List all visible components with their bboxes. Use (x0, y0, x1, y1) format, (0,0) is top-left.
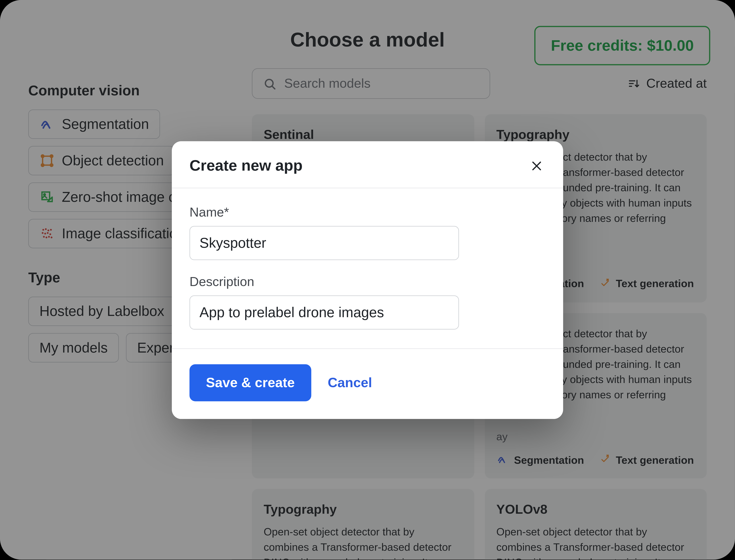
sidebar-section-computer-vision: Computer vision (28, 82, 228, 99)
chip-label: Image classificatio (62, 225, 177, 242)
card-description: Open-set object detector that by combine… (496, 524, 695, 560)
segmentation-icon (39, 116, 55, 132)
tag-segmentation: Segmentation (496, 454, 584, 467)
svg-rect-5 (42, 192, 50, 200)
text-generation-icon (598, 277, 611, 290)
name-label: Name* (189, 205, 545, 220)
svg-point-14 (49, 233, 51, 235)
svg-point-13 (47, 232, 49, 234)
close-icon (530, 159, 543, 172)
tag-text-generation: Text generation (598, 454, 694, 467)
card-meta: ay (496, 431, 695, 443)
svg-point-15 (43, 236, 45, 238)
card-description: Open-set object detector that by combine… (264, 524, 462, 560)
model-card[interactable]: TypographyOpen-set object detector that … (252, 489, 474, 560)
filter-image-classification[interactable]: Image classificatio (28, 219, 188, 248)
card-title: YOLOv8 (496, 502, 695, 517)
svg-point-4 (50, 164, 53, 166)
svg-point-11 (42, 232, 44, 234)
search-input[interactable] (284, 76, 479, 91)
filter-hosted[interactable]: Hosted by Labelbox (28, 297, 176, 326)
card-title: Sentinal (264, 127, 462, 142)
chip-label: Hosted by Labelbox (39, 303, 164, 319)
svg-point-3 (41, 164, 44, 166)
card-title: Typography (264, 502, 462, 517)
tag-label: Text generation (616, 454, 694, 466)
object-detection-icon (39, 153, 55, 168)
close-button[interactable] (528, 157, 546, 174)
free-credits-badge: Free credits: $10.00 (534, 26, 710, 65)
filter-zero-shot[interactable]: Zero-shot image cl (28, 182, 190, 212)
text-generation-icon (598, 454, 611, 467)
segmentation-icon (496, 454, 509, 467)
card-title: Typography (496, 127, 695, 142)
search-icon (263, 77, 276, 90)
modal-title: Create new app (189, 157, 302, 175)
filter-object-detection[interactable]: Object detection (28, 146, 175, 175)
tag-label: Text generation (616, 278, 694, 290)
tag-label: Segmentation (514, 454, 584, 466)
svg-point-7 (42, 229, 44, 231)
svg-point-10 (50, 229, 52, 231)
svg-point-18 (51, 237, 53, 238)
svg-point-2 (50, 155, 53, 157)
cancel-button[interactable]: Cancel (328, 375, 372, 391)
model-card[interactable]: YOLOv8Open-set object detector that by c… (485, 489, 707, 560)
svg-point-1 (41, 155, 44, 157)
chip-label: Zero-shot image cl (62, 189, 179, 205)
tag-text-generation: Text generation (598, 277, 694, 290)
svg-point-12 (44, 233, 46, 235)
sort-icon (627, 77, 640, 90)
filter-my-models[interactable]: My models (28, 333, 119, 362)
filter-segmentation[interactable]: Segmentation (28, 109, 160, 139)
svg-point-16 (46, 237, 47, 238)
sort-button[interactable]: Created at (627, 76, 707, 91)
svg-point-17 (48, 236, 50, 238)
name-input[interactable] (189, 226, 459, 260)
svg-point-9 (47, 230, 49, 231)
svg-point-8 (45, 228, 47, 230)
description-input[interactable] (189, 295, 459, 329)
zero-shot-icon (39, 189, 55, 205)
chip-label: Object detection (62, 152, 164, 169)
sort-label: Created at (646, 76, 707, 91)
chip-label: Segmentation (62, 116, 149, 132)
image-classification-icon (39, 226, 55, 241)
save-create-button[interactable]: Save & create (189, 364, 311, 401)
description-label: Description (189, 274, 545, 289)
chip-label: My models (39, 340, 108, 356)
create-app-modal: Create new app Name* Description Save & … (172, 141, 563, 419)
search-container (252, 68, 490, 99)
